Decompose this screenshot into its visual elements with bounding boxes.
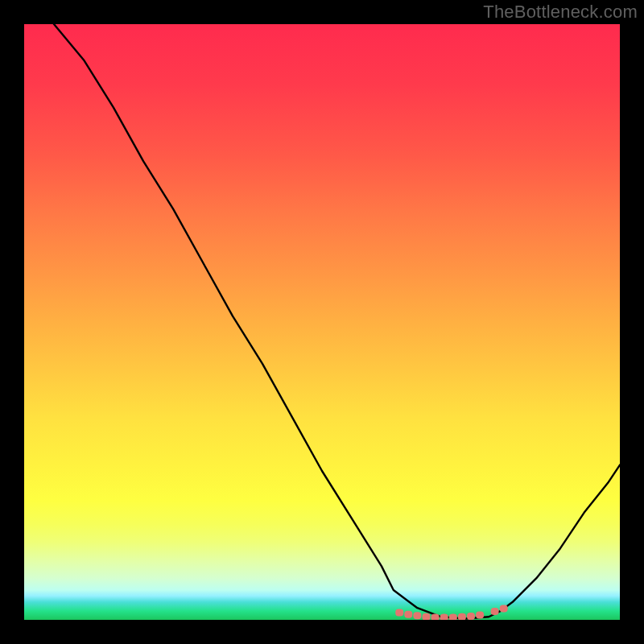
optimal-zone-marker [431, 614, 440, 621]
optimal-zone-marker [476, 612, 484, 619]
optimal-zone-marker [449, 614, 457, 621]
optimal-zone-marker [413, 612, 421, 619]
optimal-zone-markers-group [395, 605, 508, 620]
optimal-zone-marker [500, 605, 508, 612]
optimal-zone-marker [440, 614, 448, 621]
bottleneck-curve-path [54, 24, 620, 619]
plot-area [24, 24, 620, 620]
optimal-zone-marker [404, 611, 412, 618]
optimal-zone-marker [491, 608, 499, 615]
optimal-zone-marker [467, 613, 475, 620]
curve-svg [24, 24, 620, 620]
watermark-text: TheBottleneck.com [483, 2, 638, 23]
optimal-zone-marker [395, 609, 403, 617]
optimal-zone-marker [458, 613, 466, 620]
optimal-zone-marker [423, 613, 431, 620]
chart-container: TheBottleneck.com [0, 0, 644, 644]
